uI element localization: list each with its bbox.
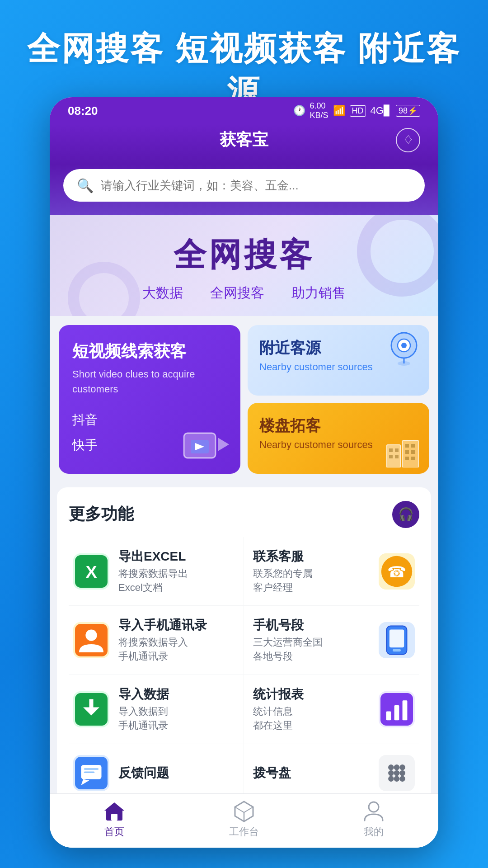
- battery-icon: 98⚡: [396, 105, 420, 117]
- svg-rect-29: [393, 649, 401, 651]
- more-header: 更多功能 🎧: [69, 501, 419, 528]
- more-title: 更多功能: [69, 503, 134, 525]
- func-statistics[interactable]: 统计报表 统计信息 都在这里: [244, 675, 419, 744]
- func-import-data-text: 导入数据 导入数据到 手机通讯录: [118, 686, 235, 733]
- svg-rect-11: [389, 448, 393, 452]
- func-import-contacts-text: 导入手机通讯录 将搜索数据导入 手机通讯录: [118, 617, 235, 664]
- status-icons: 🕐 6.00KB/S 📶 HD 4G▊ 98⚡: [293, 101, 420, 120]
- svg-text:☎: ☎: [387, 563, 406, 580]
- svg-point-26: [85, 630, 97, 641]
- svg-point-46: [399, 770, 405, 776]
- banner-sub-2: 全网搜客: [210, 284, 264, 302]
- svg-text:X: X: [85, 562, 97, 581]
- alarm-icon: 🕐: [293, 105, 305, 117]
- svg-marker-51: [104, 802, 124, 811]
- card-left-subtitle: Short video clues to acquire customers: [72, 367, 227, 396]
- svg-rect-15: [405, 444, 409, 448]
- svg-point-42: [394, 764, 400, 770]
- banner-sub-3: 助力销售: [291, 284, 346, 302]
- func-feedback-text: 反馈问题: [118, 764, 235, 782]
- wifi-icon: 📶: [333, 105, 345, 117]
- card-short-video[interactable]: 短视频线索获客 Short video clues to acquire cus…: [59, 325, 240, 474]
- svg-rect-10: [403, 440, 418, 467]
- func-import-contacts[interactable]: 导入手机通讯录 将搜索数据导入 手机通讯录: [69, 606, 244, 675]
- func-phone-segments-text: 手机号段 三大运营商全国 各地号段: [253, 617, 370, 664]
- func-feedback[interactable]: 反馈问题: [69, 744, 244, 797]
- functions-grid: X 导出EXCEL 将搜索数据导出 Excel文档 联系客服 联系您的专属 客户…: [69, 537, 419, 797]
- feedback-icon: [73, 755, 109, 791]
- func-customer-service-text: 联系客服 联系您的专属 客户经理: [253, 548, 370, 595]
- customer-service-icon: ☎: [379, 553, 415, 590]
- svg-marker-1: [218, 438, 229, 451]
- svg-point-44: [388, 770, 394, 776]
- app-title: 获客宝: [220, 129, 268, 151]
- location-icon: [386, 330, 422, 366]
- import-data-icon: [73, 691, 109, 727]
- svg-point-56: [369, 802, 379, 812]
- svg-rect-40: [84, 771, 94, 773]
- svg-rect-34: [394, 705, 399, 720]
- svg-marker-54: [235, 802, 253, 812]
- func-statistics-text: 统计报表 统计信息 都在这里: [253, 686, 370, 733]
- home-icon: [103, 799, 126, 822]
- search-bar[interactable]: 🔍: [63, 169, 425, 202]
- svg-rect-39: [84, 768, 99, 770]
- func-export-excel-text: 导出EXCEL 将搜索数据导出 Excel文档: [118, 548, 235, 595]
- svg-rect-18: [411, 450, 415, 454]
- signal-icon: 4G▊: [371, 105, 391, 117]
- svg-rect-19: [405, 457, 409, 460]
- svg-point-43: [399, 764, 405, 770]
- network-speed: 6.00KB/S: [310, 101, 328, 120]
- card-right-bottom-title: 楼盘拓客: [259, 415, 418, 436]
- card-left-title: 短视频线索获客: [72, 341, 227, 362]
- svg-rect-13: [389, 455, 393, 458]
- svg-rect-14: [395, 455, 399, 458]
- bottom-nav: 首页 工作台 我的: [50, 793, 438, 848]
- svg-rect-16: [411, 444, 415, 448]
- card-property[interactable]: 楼盘拓客 Nearby customer sources: [248, 403, 429, 473]
- svg-rect-17: [405, 450, 409, 454]
- svg-rect-20: [411, 457, 415, 460]
- card-nearby-sources[interactable]: 附近客源 Nearby customer sources: [248, 325, 429, 396]
- svg-rect-33: [386, 711, 391, 720]
- svg-point-48: [394, 776, 400, 782]
- svg-point-8: [398, 361, 410, 366]
- statistics-icon: [379, 691, 415, 727]
- banner-sub-1: 大数据: [142, 284, 183, 302]
- status-time: 08:20: [68, 104, 98, 118]
- svg-rect-28: [389, 630, 404, 648]
- nav-item-workbench[interactable]: 工作台: [179, 799, 309, 839]
- cards-grid: 短视频线索获客 Short video clues to acquire cus…: [50, 316, 438, 483]
- svg-point-45: [394, 770, 400, 776]
- svg-rect-52: [111, 814, 117, 821]
- main-scroll: 全网搜客 大数据 全网搜客 助力销售 短视频线索获客 Short video c…: [50, 215, 438, 797]
- nav-label-workbench: 工作台: [229, 825, 259, 839]
- func-phone-segments[interactable]: 手机号段 三大运营商全国 各地号段: [244, 606, 419, 675]
- nav-item-home[interactable]: 首页: [50, 799, 179, 839]
- video-camera-icon: [182, 424, 231, 465]
- headset-button[interactable]: 🎧: [392, 501, 419, 528]
- func-export-excel[interactable]: X 导出EXCEL 将搜索数据导出 Excel文档: [69, 537, 244, 606]
- status-bar: 08:20 🕐 6.00KB/S 📶 HD 4G▊ 98⚡: [50, 97, 438, 124]
- nav-item-mine[interactable]: 我的: [309, 799, 438, 839]
- phone-mockup: 08:20 🕐 6.00KB/S 📶 HD 4G▊ 98⚡ 获客宝 ♢ 🔍 全网…: [50, 97, 438, 848]
- dialpad-icon: [379, 755, 415, 791]
- building-icon: [382, 436, 423, 469]
- svg-rect-12: [395, 448, 399, 452]
- hd-badge: HD: [350, 105, 366, 117]
- banner-section: 全网搜客 大数据 全网搜客 助力销售: [50, 215, 438, 316]
- search-input[interactable]: [101, 179, 411, 193]
- diamond-icon[interactable]: ♢: [396, 128, 420, 152]
- func-import-data[interactable]: 导入数据 导入数据到 手机通讯录: [69, 675, 244, 744]
- contacts-icon: [73, 622, 109, 658]
- app-header: 获客宝 ♢: [50, 124, 438, 165]
- func-customer-service[interactable]: 联系客服 联系您的专属 客户经理 ☎: [244, 537, 419, 606]
- svg-rect-35: [403, 700, 408, 720]
- cube-icon: [232, 799, 256, 822]
- person-icon: [362, 799, 385, 822]
- svg-point-41: [388, 764, 394, 770]
- phone-segments-icon: [379, 622, 415, 658]
- func-dialpad[interactable]: 拨号盘: [244, 744, 419, 797]
- search-section: 🔍: [50, 165, 438, 215]
- func-dialpad-text: 拨号盘: [253, 764, 370, 782]
